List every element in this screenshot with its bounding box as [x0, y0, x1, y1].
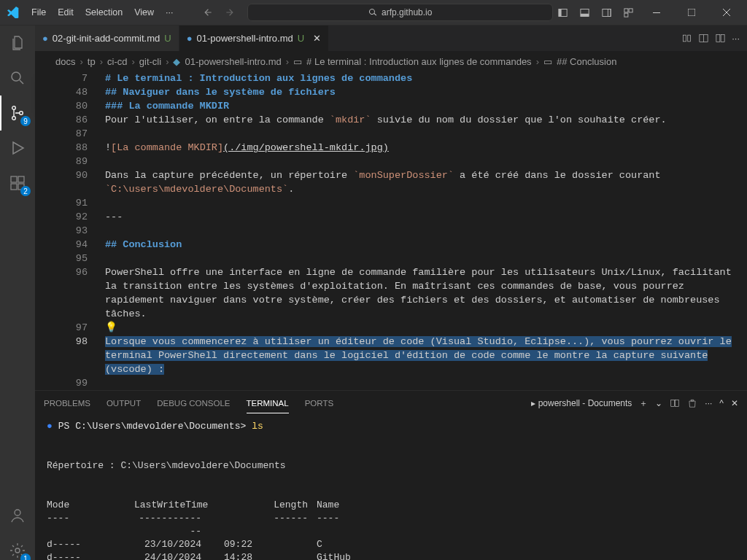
- svg-point-13: [12, 117, 16, 120]
- terminal-selector[interactable]: ▸ powershell - Documents: [531, 398, 632, 408]
- svg-rect-8: [624, 13, 627, 17]
- panel-more-icon[interactable]: ···: [705, 398, 712, 408]
- activity-bar: 9 2 1: [0, 26, 35, 560]
- window-maximize[interactable]: [676, 0, 708, 26]
- kill-terminal-icon[interactable]: [687, 398, 697, 408]
- editor-body[interactable]: 86Pour l'utiliser, on entre la commande …: [35, 113, 747, 390]
- menu-more[interactable]: ···: [160, 7, 179, 18]
- terminal-dropdown-icon[interactable]: ⌄: [655, 398, 662, 408]
- layout-toggle-3-icon[interactable]: [597, 3, 616, 22]
- panel-tab-ports[interactable]: PORTS: [305, 399, 333, 408]
- tab-modified-badge: U: [298, 33, 304, 44]
- activity-extensions[interactable]: 2: [0, 166, 35, 201]
- breadcrumb[interactable]: docs› tp› ci-cd› git-cli› ◆ 01-powershel…: [35, 51, 747, 71]
- vscode-logo: [0, 7, 26, 18]
- tab-git-intro[interactable]: ● 02-git-init-add-commit.md U: [35, 26, 179, 51]
- svg-rect-22: [688, 35, 691, 42]
- nav-buttons: [199, 4, 239, 21]
- svg-rect-24: [716, 35, 720, 42]
- window-minimize[interactable]: [640, 0, 673, 26]
- menu-view[interactable]: View: [128, 7, 160, 18]
- preview-icon[interactable]: [698, 33, 709, 44]
- svg-rect-21: [684, 35, 686, 42]
- menu-selection[interactable]: Selection: [80, 7, 128, 18]
- terminal-body[interactable]: ●PS C:\Users\mdevoldere\Documents> ls Ré…: [35, 416, 747, 560]
- panel-tab-problems[interactable]: PROBLEMS: [44, 399, 90, 408]
- svg-point-20: [15, 548, 20, 553]
- menu-edit[interactable]: Edit: [52, 7, 80, 18]
- main-menu: File Edit Selection View ···: [26, 7, 179, 18]
- tab-modified-badge: U: [164, 33, 171, 44]
- svg-rect-9: [653, 12, 660, 13]
- svg-rect-7: [629, 8, 632, 12]
- modified-dot-icon: ●: [42, 33, 48, 44]
- activity-scm[interactable]: 9: [0, 96, 35, 131]
- tab-powershell-intro[interactable]: ● 01-powershell-intro.md U ✕: [179, 26, 329, 51]
- close-tab-icon[interactable]: ✕: [313, 33, 321, 44]
- window-close[interactable]: [711, 0, 743, 26]
- title-bar: File Edit Selection View ··· arfp.github…: [0, 0, 747, 26]
- svg-point-12: [12, 106, 16, 110]
- panel-tab-terminal[interactable]: TERMINAL: [247, 399, 289, 408]
- activity-account[interactable]: [0, 498, 35, 533]
- svg-rect-27: [676, 400, 679, 406]
- activity-settings[interactable]: 1: [0, 533, 35, 560]
- svg-point-19: [15, 510, 20, 516]
- list-item: d-----23/10/202409:22C: [47, 538, 735, 551]
- scm-badge: 9: [20, 116, 31, 126]
- editor-tabs[interactable]: ● 02-git-init-add-commit.md U ● 01-power…: [35, 26, 747, 51]
- svg-rect-26: [671, 400, 675, 406]
- command-center-search[interactable]: arfp.github.io: [247, 4, 553, 21]
- panel: PROBLEMS OUTPUT DEBUG CONSOLE TERMINAL P…: [35, 390, 747, 560]
- svg-rect-4: [602, 9, 610, 16]
- modified-dot-icon: ●: [187, 33, 193, 44]
- svg-rect-6: [624, 8, 627, 12]
- list-item: d-----24/10/202414:28GitHub: [47, 551, 735, 560]
- settings-badge: 1: [20, 553, 31, 560]
- panel-tab-debug[interactable]: DEBUG CONSOLE: [157, 399, 230, 408]
- layout-toggle-1-icon[interactable]: [553, 3, 572, 22]
- tab-label: 02-git-init-add-commit.md: [53, 33, 160, 44]
- svg-rect-25: [721, 35, 724, 42]
- lightbulb-icon[interactable]: 💡: [105, 321, 747, 335]
- panel-tabs: PROBLEMS OUTPUT DEBUG CONSOLE TERMINAL P…: [35, 391, 747, 416]
- new-terminal-icon[interactable]: ＋: [639, 397, 648, 410]
- panel-tab-output[interactable]: OUTPUT: [107, 399, 141, 408]
- compare-icon[interactable]: [681, 33, 692, 44]
- ext-badge: 2: [20, 186, 31, 196]
- symbol-icon: ▭: [543, 56, 552, 67]
- split-terminal-icon[interactable]: [670, 398, 680, 408]
- svg-rect-3: [580, 13, 588, 16]
- more-actions-icon[interactable]: ···: [732, 33, 740, 44]
- menu-file[interactable]: File: [26, 7, 52, 18]
- sticky-scroll[interactable]: 7# Le terminal : Introduction aux lignes…: [35, 71, 747, 113]
- activity-search[interactable]: [0, 61, 35, 96]
- svg-rect-10: [688, 9, 695, 16]
- svg-rect-18: [18, 176, 24, 182]
- nav-forward[interactable]: [221, 4, 239, 21]
- panel-close-icon[interactable]: ✕: [731, 398, 738, 408]
- activity-debug[interactable]: [0, 131, 35, 166]
- activity-explorer[interactable]: [0, 26, 35, 61]
- search-text: arfp.github.io: [382, 7, 432, 18]
- layout-customize-icon[interactable]: [619, 3, 638, 22]
- svg-rect-16: [11, 184, 17, 190]
- symbol-icon: ▭: [293, 56, 302, 67]
- split-editor-icon[interactable]: [715, 33, 726, 44]
- svg-rect-1: [558, 9, 561, 16]
- svg-rect-15: [11, 176, 17, 182]
- nav-back[interactable]: [199, 4, 217, 21]
- panel-maximize-icon[interactable]: ^: [719, 398, 724, 408]
- svg-rect-5: [608, 9, 611, 16]
- tab-label: 01-powershell-intro.md: [196, 33, 293, 44]
- layout-toggle-2-icon[interactable]: [575, 3, 594, 22]
- svg-point-11: [12, 72, 20, 81]
- svg-point-14: [20, 112, 23, 115]
